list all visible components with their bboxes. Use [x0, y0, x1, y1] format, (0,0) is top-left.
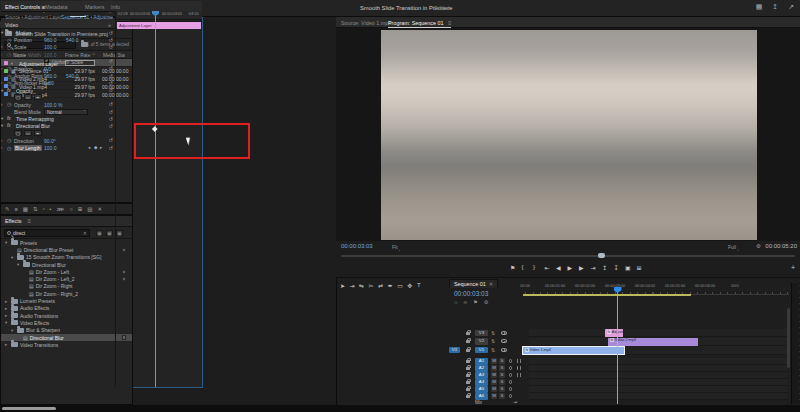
solo-button[interactable]: S: [499, 358, 505, 364]
reset-icon[interactable]: ↺: [109, 109, 113, 115]
sync-lock-icon[interactable]: ⇅: [491, 347, 495, 353]
expander-icon[interactable]: ›: [1, 52, 3, 57]
step-forward-icon[interactable]: ▶: [579, 264, 584, 271]
fx-badge[interactable]: fx: [7, 30, 11, 35]
razor-tool-icon[interactable]: ✂: [369, 282, 374, 289]
add-keyframe-icon[interactable]: ◆: [94, 145, 97, 150]
stopwatch-icon[interactable]: ◷: [7, 80, 11, 86]
next-keyframe-icon[interactable]: ▸: [100, 145, 102, 150]
solo-button[interactable]: S: [499, 393, 505, 399]
new-item-icon[interactable]: ▤: [87, 206, 92, 212]
icon-view-icon[interactable]: ▦: [23, 206, 28, 212]
mute-button[interactable]: M: [491, 365, 497, 371]
mute-button[interactable]: M: [491, 386, 497, 392]
tab-info[interactable]: Info: [111, 4, 120, 10]
toggle-track-output-icon[interactable]: [501, 339, 507, 343]
effect-item-dir-zoom-left[interactable]: ▤Dir Zoom - Left: [1, 268, 132, 275]
zoom-out-icon[interactable]: ▫: [43, 206, 45, 212]
fx-badge[interactable]: fx: [7, 116, 11, 121]
effects-folder-directional-blur[interactable]: ▾Directional Blur: [1, 261, 132, 268]
rect-mask-icon[interactable]: ▭: [24, 94, 32, 100]
effects-folder-presets[interactable]: ▾Presets: [1, 239, 132, 246]
solo-button[interactable]: S: [499, 365, 505, 371]
scrubber-track[interactable]: [341, 255, 795, 257]
lock-icon[interactable]: [466, 388, 470, 391]
blend-mode-select[interactable]: Normalˇ: [44, 109, 88, 115]
tab-effect-controls[interactable]: Effect Controls ≡: [5, 4, 45, 10]
reset-icon[interactable]: ↺: [109, 44, 113, 50]
prev-keyframe-icon[interactable]: ◂: [88, 145, 90, 150]
button-editor-icon[interactable]: +: [791, 264, 795, 271]
fx-badge[interactable]: fx: [7, 123, 11, 128]
track-lane[interactable]: [529, 393, 788, 400]
close-icon[interactable]: ✕: [489, 281, 494, 287]
sync-lock-icon[interactable]: ⇅: [491, 338, 495, 344]
lock-icon[interactable]: [466, 381, 470, 384]
32bit-color-filter-icon[interactable]: ▦: [106, 230, 113, 236]
stopwatch-icon[interactable]: ◷: [7, 73, 11, 79]
property-value[interactable]: 960.0: [44, 37, 57, 43]
reset-icon[interactable]: ↺: [109, 73, 113, 79]
hand-tool-icon[interactable]: ✥: [407, 282, 412, 289]
disclosure-triangle[interactable]: ▾: [5, 240, 9, 245]
mark-in-icon[interactable]: {: [522, 264, 524, 270]
pen-mask-icon[interactable]: ✒: [34, 130, 42, 136]
mute-button[interactable]: M: [491, 393, 497, 399]
stopwatch-icon[interactable]: ◷: [7, 145, 11, 151]
timeline-settings-icon[interactable]: ⚙: [484, 299, 488, 305]
property-value[interactable]: 90.0°: [44, 138, 56, 144]
disclosure-triangle[interactable]: ▾: [5, 320, 9, 325]
toggle-track-output-icon[interactable]: [501, 331, 507, 335]
monitor-settings-icon[interactable]: ⚙: [756, 243, 761, 249]
voiceover-record-icon[interactable]: [509, 373, 512, 377]
linked-selection-icon[interactable]: ∞: [464, 299, 468, 305]
go-to-in-icon[interactable]: ⇤: [545, 264, 550, 271]
property-value[interactable]: 960.0: [44, 73, 57, 79]
source-patch-v1[interactable]: V1: [449, 347, 460, 354]
program-timecode[interactable]: 00:00:03:03: [341, 243, 373, 249]
reset-icon[interactable]: ↺: [109, 37, 113, 43]
disclosure-triangle[interactable]: ▾: [1, 123, 3, 128]
horizontal-scrollbar[interactable]: [2, 407, 56, 410]
voiceover-record-icon[interactable]: [509, 380, 512, 384]
effects-folder-blur-sharpen[interactable]: ▾Blur & Sharpen: [1, 327, 132, 334]
zoom-level-select[interactable]: Fit ˛: [392, 244, 401, 250]
tab-metadata[interactable]: Metadata: [45, 4, 67, 10]
disclosure-triangle[interactable]: ▸: [5, 306, 9, 311]
mute-button[interactable]: M: [491, 379, 497, 385]
property-value[interactable]: 540.0: [66, 73, 79, 79]
go-to-out-icon[interactable]: ⇥: [591, 264, 596, 271]
effect-item-dir-zoom-left-2[interactable]: ▤Dir Zoom - Left_2: [1, 275, 132, 282]
effect-item-dir-zoom-right-2[interactable]: ▤Dir Zoom - Right_2: [1, 290, 132, 297]
solo-button[interactable]: S: [499, 372, 505, 378]
reset-icon[interactable]: ↺: [109, 87, 113, 93]
checkbox[interactable]: ✓: [44, 58, 49, 63]
lock-icon[interactable]: [466, 374, 470, 377]
expander-icon[interactable]: ›: [1, 102, 3, 107]
mini-timeline-ruler[interactable]: :02:2800:00:03:0000:00:03:05:03:10: [116, 11, 202, 20]
pen-mask-icon[interactable]: ✒: [34, 94, 42, 100]
track-target-v1[interactable]: V1: [475, 347, 488, 354]
voiceover-record-icon[interactable]: [509, 387, 512, 391]
add-marker-icon[interactable]: ⚑: [510, 264, 515, 271]
expander-icon[interactable]: ›: [1, 66, 3, 71]
reset-icon[interactable]: ↺: [109, 123, 113, 129]
reset-icon[interactable]: ↺: [109, 65, 113, 71]
stopwatch-icon[interactable]: ◷: [7, 51, 11, 57]
workspaces-icon[interactable]: ▦: [756, 3, 763, 11]
extract-icon[interactable]: ↧: [614, 264, 619, 271]
selection-tool-icon[interactable]: ➤: [340, 282, 345, 289]
effects-search-input[interactable]: direct ✕: [4, 229, 90, 237]
find-icon[interactable]: ○: [69, 206, 72, 212]
mini-timeline-clip-bar[interactable]: Adjustment Layer: [117, 22, 201, 29]
expander-icon[interactable]: ›: [1, 145, 3, 150]
chevron-right-icon[interactable]: ›: [109, 14, 111, 20]
clear-search-icon[interactable]: ✕: [83, 230, 87, 236]
effect-item-directional-blur-preset[interactable]: ▤Directional Blur Preset: [1, 246, 132, 253]
disclosure-triangle[interactable]: ▾: [1, 30, 3, 35]
stopwatch-icon[interactable]: ◷: [7, 137, 11, 143]
clip-video-1-mp4[interactable]: fxVideo 1.mp4: [522, 346, 625, 355]
source-monitor-tab[interactable]: Source: Video 1.mp4: [341, 20, 391, 26]
quick-export-icon[interactable]: ↥: [772, 3, 778, 11]
voiceover-record-icon[interactable]: [509, 394, 512, 398]
